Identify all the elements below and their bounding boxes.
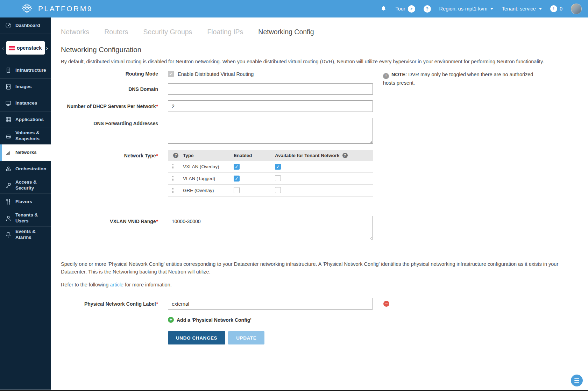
dns-forwarding-textarea[interactable]	[168, 118, 373, 144]
sidebar-item-volumes-snapshots[interactable]: Volumes & Snapshots	[0, 128, 51, 144]
drag-handle-icon[interactable]	[172, 188, 175, 193]
sidebar-item-flavors[interactable]: Flavors	[0, 194, 51, 210]
field-label-vnid-range: VXLAN VNID Range*	[61, 216, 158, 240]
sidebar-item-networks[interactable]: Networks	[0, 144, 51, 161]
dns-domain-input[interactable]	[168, 83, 373, 95]
help-tooltip-icon[interactable]	[342, 153, 348, 158]
carousel-right-arrow[interactable]: ›	[46, 45, 49, 51]
compass-icon	[408, 5, 415, 13]
note-bold: NOTE	[391, 72, 405, 77]
tab-security-groups[interactable]: Security Groups	[143, 28, 192, 36]
field-label-dns-domain: DNS Domain	[61, 86, 158, 92]
hamburger-icon	[574, 378, 579, 379]
article-link[interactable]: article	[110, 282, 123, 287]
dhcp-servers-input[interactable]	[168, 100, 373, 112]
pnc-label-input[interactable]	[168, 298, 373, 310]
field-label-pnc: Physical Network Config Label*	[61, 301, 158, 307]
field-label-routing-mode: Routing Mode	[61, 71, 158, 77]
sidebar-item-label: Events & Alarms	[15, 229, 48, 241]
table-row-vxlan: VXLAN (Overlay)	[168, 161, 373, 173]
sidebar-item-label: Instances	[15, 100, 37, 106]
undo-changes-button[interactable]: UNDO CHANGES	[168, 331, 225, 344]
images-icon	[5, 83, 12, 90]
network-type-name: VLAN (Tagged)	[183, 176, 234, 181]
sidebar-item-events-alarms[interactable]: Events & Alarms	[0, 227, 51, 243]
vxlan-tenant-checkbox[interactable]	[275, 164, 281, 170]
tenant-selector[interactable]: Tenant: service	[502, 6, 542, 12]
chevron-down-icon	[539, 8, 542, 10]
alert-count: 0	[560, 6, 562, 12]
orchestration-icon	[5, 165, 12, 172]
applications-icon	[5, 116, 12, 123]
sidebar-item-instances[interactable]: Instances	[0, 95, 51, 112]
add-pnc-label: Add a 'Physical Network Config'	[177, 317, 252, 323]
sidebar-item-access-security[interactable]: Access & Security	[0, 177, 51, 194]
alerts-indicator[interactable]: ! 0	[550, 5, 562, 12]
add-plus-icon	[168, 317, 174, 323]
network-type-name: GRE (Overlay)	[183, 188, 234, 193]
drag-handle-icon[interactable]	[172, 176, 175, 181]
network-type-table: Type Enabled Available for Tenant Networ…	[168, 150, 373, 197]
volumes-icon	[5, 133, 12, 140]
remove-pnc-icon[interactable]	[383, 301, 389, 307]
dashboard-icon	[5, 22, 12, 29]
column-header-enabled: Enabled	[234, 153, 275, 158]
floating-menu-button[interactable]	[571, 375, 583, 386]
help-tooltip-icon[interactable]	[173, 153, 178, 158]
access-security-icon	[5, 182, 12, 189]
sidebar-item-applications[interactable]: Applications	[0, 112, 51, 128]
sidebar-item-infrastructure[interactable]: Infrastructure	[0, 62, 51, 79]
sidebar: Dashboard ‹ openstack › Infrastructure I…	[0, 17, 51, 390]
required-marker: *	[156, 219, 158, 224]
openstack-carousel: ‹ openstack ›	[0, 34, 51, 62]
tab-floating-ips[interactable]: Floating IPs	[207, 28, 243, 36]
drag-handle-icon[interactable]	[172, 164, 175, 169]
dvr-checkbox[interactable]	[168, 71, 174, 77]
networks-icon	[5, 149, 12, 156]
sidebar-item-label: Volumes & Snapshots	[15, 130, 48, 142]
chevron-down-icon	[490, 8, 493, 10]
tab-networks[interactable]: Networks	[61, 28, 89, 36]
tab-networking-config[interactable]: Networking Config	[258, 28, 314, 36]
avatar[interactable]	[571, 3, 582, 14]
add-pnc-button[interactable]: Add a 'Physical Network Config'	[168, 317, 252, 323]
dvr-note: NOTE: DVR may only be toggled when there…	[383, 71, 540, 87]
tour-button[interactable]: Tour	[395, 5, 415, 13]
sidebar-item-images[interactable]: Images	[0, 79, 51, 95]
sidebar-item-label: Orchestration	[15, 166, 47, 172]
network-type-name: VXLAN (Overlay)	[183, 164, 234, 169]
gre-tenant-checkbox[interactable]	[275, 187, 281, 193]
openstack-logo[interactable]: openstack	[6, 41, 45, 55]
sidebar-item-tenants-users[interactable]: Tenants & Users	[0, 210, 51, 227]
platform9-logo[interactable]: PLATFORM9	[20, 3, 93, 14]
sidebar-item-orchestration[interactable]: Orchestration	[0, 161, 51, 177]
tab-routers[interactable]: Routers	[104, 28, 128, 36]
vxlan-enabled-checkbox[interactable]	[234, 164, 240, 170]
refer-line: Refer to the following article for more …	[61, 281, 581, 289]
flavors-icon	[5, 198, 12, 205]
region-selector[interactable]: Region: us-mpt1-kvm	[439, 6, 494, 12]
sidebar-item-label: Dashboard	[15, 23, 40, 29]
tab-bar: Networks Routers Security Groups Floatin…	[61, 28, 581, 36]
platform9-logo-icon	[20, 3, 34, 14]
vnid-range-textarea[interactable]: 10000-30000	[168, 216, 373, 240]
sidebar-item-dashboard[interactable]: Dashboard	[0, 17, 51, 34]
gre-enabled-checkbox[interactable]	[234, 187, 240, 193]
vlan-enabled-checkbox[interactable]	[234, 176, 240, 182]
page-title: Networking Configuration	[61, 45, 581, 54]
field-label-dns-forwarding: DNS Forwarding Addresses	[61, 118, 158, 144]
help-icon[interactable]: ?	[424, 5, 431, 13]
instances-icon	[5, 100, 12, 107]
update-button[interactable]: UPDATE	[228, 331, 264, 344]
notifications-bell-icon[interactable]	[380, 5, 387, 12]
vlan-tenant-checkbox[interactable]	[275, 175, 281, 181]
topbar: PLATFORM9 Tour ? Region: us-mpt1-kvm Ten…	[0, 0, 588, 17]
column-header-tenant: Available for Tenant Network	[275, 153, 340, 158]
required-marker: *	[156, 301, 158, 307]
intro-text: By default, distributed virtual routing …	[61, 59, 577, 64]
main-content: Networks Routers Security Groups Floatin…	[51, 17, 588, 390]
sidebar-item-label: Infrastructure	[15, 67, 46, 73]
events-alarms-icon	[5, 231, 12, 238]
table-row-vlan: VLAN (Tagged)	[168, 173, 373, 185]
carousel-left-arrow[interactable]: ‹	[2, 45, 5, 51]
